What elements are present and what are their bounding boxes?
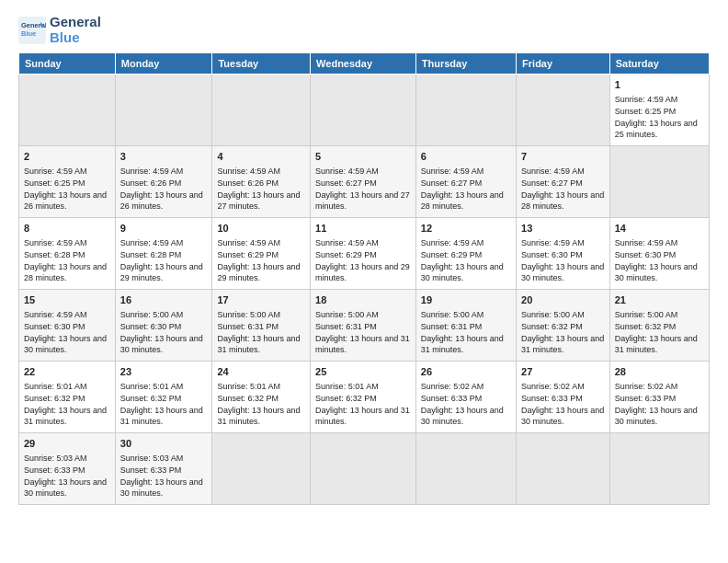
sunset-text: Sunset: 6:33 PM bbox=[615, 394, 677, 403]
sunrise-text: Sunrise: 4:59 AM bbox=[521, 238, 585, 247]
sunrise-text: Sunrise: 5:00 AM bbox=[615, 310, 678, 319]
calendar-cell: 16Sunrise: 5:00 AMSunset: 6:30 PMDayligh… bbox=[115, 290, 212, 362]
calendar-cell: 8Sunrise: 4:59 AMSunset: 6:28 PMDaylight… bbox=[19, 218, 116, 290]
sunrise-text: Sunrise: 4:59 AM bbox=[120, 167, 184, 176]
sunrise-text: Sunrise: 4:59 AM bbox=[24, 167, 87, 176]
day-number: 3 bbox=[120, 150, 208, 164]
daylight-text: Daylight: 13 hours and 30 minutes. bbox=[521, 262, 604, 283]
day-number: 27 bbox=[521, 365, 605, 379]
sunset-text: Sunset: 6:32 PM bbox=[217, 394, 279, 403]
calendar-cell: 6Sunrise: 4:59 AMSunset: 6:27 PMDaylight… bbox=[415, 146, 516, 218]
calendar-cell bbox=[517, 433, 610, 505]
logo-text: General bbox=[50, 15, 101, 30]
daylight-text: Daylight: 13 hours and 30 minutes. bbox=[421, 406, 504, 427]
daylight-text: Daylight: 13 hours and 31 minutes. bbox=[217, 406, 300, 427]
sunset-text: Sunset: 6:26 PM bbox=[120, 178, 182, 188]
daylight-text: Daylight: 13 hours and 26 minutes. bbox=[24, 190, 107, 212]
calendar-cell: 28Sunrise: 5:02 AMSunset: 6:33 PMDayligh… bbox=[609, 362, 709, 433]
calendar-week-row: 1Sunrise: 4:59 AMSunset: 6:25 PMDaylight… bbox=[19, 75, 710, 146]
svg-text:Blue: Blue bbox=[21, 29, 36, 38]
calendar-cell: 19Sunrise: 5:00 AMSunset: 6:31 PMDayligh… bbox=[415, 290, 516, 362]
sunset-text: Sunset: 6:32 PM bbox=[521, 322, 583, 331]
day-number: 14 bbox=[615, 222, 704, 236]
daylight-text: Daylight: 13 hours and 31 minutes. bbox=[315, 334, 410, 355]
sunrise-text: Sunrise: 5:01 AM bbox=[24, 382, 87, 391]
day-number: 24 bbox=[217, 365, 305, 379]
sunrise-text: Sunrise: 5:01 AM bbox=[120, 382, 184, 391]
sunset-text: Sunset: 6:27 PM bbox=[521, 178, 583, 188]
daylight-text: Daylight: 13 hours and 31 minutes. bbox=[120, 406, 203, 427]
daylight-text: Daylight: 13 hours and 29 minutes. bbox=[217, 262, 300, 283]
calendar-table: SundayMondayTuesdayWednesdayThursdayFrid… bbox=[18, 52, 710, 505]
calendar-cell: 23Sunrise: 5:01 AMSunset: 6:32 PMDayligh… bbox=[115, 362, 212, 433]
calendar-cell bbox=[609, 433, 709, 505]
logo-blue: Blue bbox=[50, 30, 101, 46]
sunset-text: Sunset: 6:31 PM bbox=[217, 322, 279, 331]
daylight-text: Daylight: 13 hours and 31 minutes. bbox=[521, 334, 604, 355]
day-number: 13 bbox=[521, 222, 605, 236]
daylight-text: Daylight: 13 hours and 30 minutes. bbox=[24, 334, 107, 355]
sunset-text: Sunset: 6:31 PM bbox=[315, 322, 377, 331]
calendar-day-header: Monday bbox=[115, 53, 212, 75]
calendar-cell bbox=[19, 75, 116, 146]
day-number: 20 bbox=[521, 293, 605, 307]
logo-icon: General Blue bbox=[18, 17, 46, 44]
sunrise-text: Sunrise: 4:59 AM bbox=[521, 167, 585, 176]
page: General Blue General Blue SundayMondayTu… bbox=[0, 0, 728, 563]
calendar-cell: 2Sunrise: 4:59 AMSunset: 6:25 PMDaylight… bbox=[19, 146, 116, 218]
day-number: 19 bbox=[421, 293, 511, 307]
sunrise-text: Sunrise: 4:59 AM bbox=[120, 238, 184, 247]
sunrise-text: Sunrise: 5:00 AM bbox=[521, 310, 585, 319]
daylight-text: Daylight: 13 hours and 29 minutes. bbox=[315, 262, 410, 283]
sunrise-text: Sunrise: 5:02 AM bbox=[521, 382, 585, 391]
calendar-week-row: 8Sunrise: 4:59 AMSunset: 6:28 PMDaylight… bbox=[19, 218, 710, 290]
sunrise-text: Sunrise: 4:59 AM bbox=[24, 238, 87, 247]
sunrise-text: Sunrise: 5:01 AM bbox=[217, 382, 280, 391]
calendar-day-header: Friday bbox=[517, 53, 610, 75]
calendar-cell: 30Sunrise: 5:03 AMSunset: 6:33 PMDayligh… bbox=[115, 433, 212, 505]
sunset-text: Sunset: 6:25 PM bbox=[615, 107, 677, 116]
sunset-text: Sunset: 6:30 PM bbox=[521, 250, 583, 259]
sunset-text: Sunset: 6:27 PM bbox=[315, 178, 377, 188]
calendar-cell bbox=[415, 75, 516, 146]
daylight-text: Daylight: 13 hours and 25 minutes. bbox=[615, 119, 698, 140]
calendar-week-row: 15Sunrise: 4:59 AMSunset: 6:30 PMDayligh… bbox=[19, 290, 710, 362]
sunrise-text: Sunrise: 4:59 AM bbox=[421, 238, 484, 247]
calendar-cell bbox=[311, 433, 416, 505]
sunset-text: Sunset: 6:33 PM bbox=[120, 465, 182, 475]
day-number: 1 bbox=[615, 78, 704, 92]
calendar-cell: 25Sunrise: 5:01 AMSunset: 6:32 PMDayligh… bbox=[311, 362, 416, 433]
sunset-text: Sunset: 6:30 PM bbox=[24, 322, 85, 331]
day-number: 4 bbox=[217, 150, 305, 164]
day-number: 11 bbox=[315, 222, 411, 236]
day-number: 28 bbox=[615, 365, 704, 379]
sunset-text: Sunset: 6:28 PM bbox=[120, 250, 182, 259]
day-number: 6 bbox=[421, 150, 511, 164]
daylight-text: Daylight: 13 hours and 27 minutes. bbox=[217, 190, 300, 212]
calendar-cell: 21Sunrise: 5:00 AMSunset: 6:32 PMDayligh… bbox=[609, 290, 709, 362]
sunset-text: Sunset: 6:33 PM bbox=[421, 394, 483, 403]
calendar-cell: 14Sunrise: 4:59 AMSunset: 6:30 PMDayligh… bbox=[609, 218, 709, 290]
calendar-week-row: 2Sunrise: 4:59 AMSunset: 6:25 PMDaylight… bbox=[19, 146, 710, 218]
day-number: 25 bbox=[315, 365, 411, 379]
sunset-text: Sunset: 6:29 PM bbox=[217, 250, 279, 259]
calendar-day-header: Tuesday bbox=[212, 53, 311, 75]
calendar-cell bbox=[212, 75, 311, 146]
calendar-cell: 1Sunrise: 4:59 AMSunset: 6:25 PMDaylight… bbox=[609, 75, 709, 146]
sunrise-text: Sunrise: 4:59 AM bbox=[615, 238, 678, 247]
daylight-text: Daylight: 13 hours and 27 minutes. bbox=[315, 190, 410, 212]
calendar-cell: 11Sunrise: 4:59 AMSunset: 6:29 PMDayligh… bbox=[311, 218, 416, 290]
calendar-week-row: 29Sunrise: 5:03 AMSunset: 6:33 PMDayligh… bbox=[19, 433, 710, 505]
calendar-cell bbox=[115, 75, 212, 146]
daylight-text: Daylight: 13 hours and 31 minutes. bbox=[315, 406, 410, 427]
sunset-text: Sunset: 6:33 PM bbox=[521, 394, 583, 403]
calendar-day-header: Saturday bbox=[609, 53, 709, 75]
day-number: 8 bbox=[24, 222, 110, 236]
sunrise-text: Sunrise: 5:00 AM bbox=[315, 310, 379, 319]
daylight-text: Daylight: 13 hours and 30 minutes. bbox=[615, 262, 698, 283]
day-number: 9 bbox=[120, 222, 208, 236]
day-number: 23 bbox=[120, 365, 208, 379]
calendar-cell: 17Sunrise: 5:00 AMSunset: 6:31 PMDayligh… bbox=[212, 290, 311, 362]
sunrise-text: Sunrise: 4:59 AM bbox=[24, 310, 87, 319]
daylight-text: Daylight: 13 hours and 30 minutes. bbox=[24, 477, 107, 499]
